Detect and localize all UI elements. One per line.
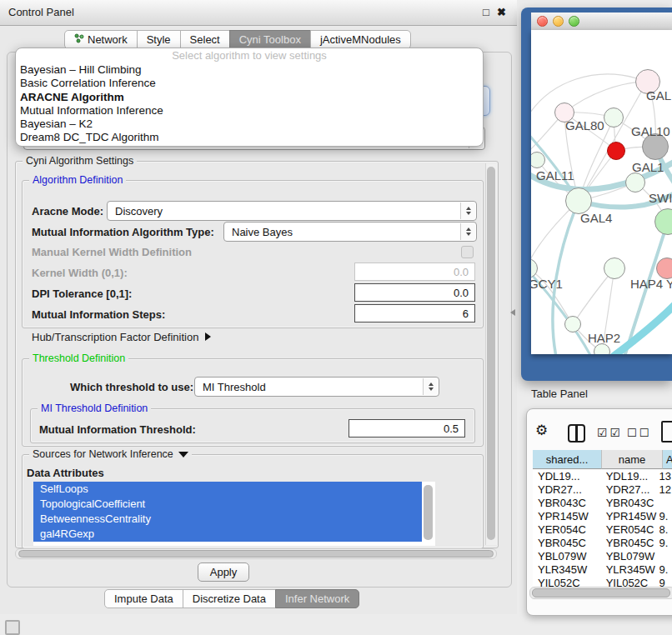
tab-network[interactable]: Network bbox=[64, 30, 138, 49]
hub-definition-expander[interactable]: Hub/Transcription Factor Definition bbox=[32, 331, 211, 343]
table-row[interactable]: YLR345WYLR345W9. bbox=[533, 563, 672, 577]
control-panel: Control Panel □ ✖ Network Style Select C… bbox=[0, 0, 517, 614]
node-label-gal4: GAL4 bbox=[580, 211, 612, 225]
gear-icon[interactable]: ⚙ bbox=[535, 422, 548, 439]
network-tab-icon bbox=[74, 31, 84, 48]
network-window-titlebar[interactable] bbox=[531, 12, 672, 31]
tab-network-label: Network bbox=[88, 31, 128, 48]
table-row[interactable]: YBL079WYBL079W bbox=[533, 550, 672, 563]
bottom-tabs: Impute Data Discretize Data Infer Networ… bbox=[104, 589, 359, 608]
tab-infer-network[interactable]: Infer Network bbox=[275, 589, 359, 608]
which-threshold-select[interactable]: MI Threshold bbox=[194, 377, 439, 397]
minimize-traffic-light-icon[interactable] bbox=[553, 16, 564, 27]
kernel-width-label: Kernel Width (0,1): bbox=[32, 267, 128, 279]
table-row[interactable]: YER054CYER054C8. bbox=[533, 523, 672, 537]
combo-stepper-icon bbox=[460, 202, 475, 219]
which-threshold-label: Which threshold to use: bbox=[70, 381, 193, 393]
node-label-gal80: GAL80 bbox=[565, 118, 604, 132]
node-label: GAL bbox=[646, 88, 671, 102]
network-node-gal10[interactable] bbox=[604, 108, 624, 128]
network-node-hap2[interactable] bbox=[564, 316, 581, 332]
manual-kernel-checkbox[interactable] bbox=[461, 246, 474, 258]
table-row[interactable]: YBR045CYBR045C9. bbox=[533, 537, 672, 550]
threshold-definition-title: Threshold Definition bbox=[29, 352, 128, 364]
attribute-item[interactable]: BetweennessCentrality bbox=[33, 512, 422, 527]
node-table: YDL19...YDL19...13 YDR27...YDR27...12 YB… bbox=[533, 470, 672, 588]
column-header-partial[interactable]: A bbox=[663, 450, 672, 469]
algorithm-option[interactable]: Basic Correlation Inference bbox=[16, 77, 483, 90]
table-row[interactable]: YDR27...YDR27...12 bbox=[533, 483, 672, 497]
table-hscrollbar[interactable] bbox=[532, 588, 670, 598]
aracne-mode-select[interactable]: Discovery bbox=[107, 201, 477, 221]
deselect-all-checkboxes-icon[interactable]: ☐☐ bbox=[627, 427, 651, 439]
algorithm-option[interactable]: Mutual Information Inference bbox=[16, 104, 483, 118]
node-label-hap4: HAP4 bbox=[630, 277, 663, 291]
mi-steps-field[interactable]: 6 bbox=[354, 304, 475, 322]
tab-style[interactable]: Style bbox=[137, 30, 181, 49]
close-traffic-light-icon[interactable] bbox=[537, 16, 548, 27]
expander-down-icon bbox=[178, 452, 188, 458]
combo-stepper-icon bbox=[423, 378, 438, 395]
sources-group-title[interactable]: Sources for Network Inference bbox=[29, 448, 192, 460]
node-label-swi4: SWI4 bbox=[649, 191, 672, 205]
data-attributes-list: SelfLoops TopologicalCoefficient Between… bbox=[33, 482, 435, 546]
dpi-tolerance-label: DPI Tolerance [0,1]: bbox=[32, 288, 132, 300]
control-panel-tabs: Network Style Select Cyni Toolbox jActiv… bbox=[64, 30, 411, 49]
tab-select[interactable]: Select bbox=[180, 30, 230, 49]
attribute-item[interactable]: SelfLoops bbox=[33, 482, 422, 497]
algorithm-option[interactable]: Bayesian – Hill Climbing bbox=[16, 63, 483, 77]
mi-type-label: Mutual Information Algorithm Type: bbox=[32, 226, 214, 238]
algorithm-option[interactable]: Bayesian – K2 bbox=[16, 118, 483, 131]
algorithm-option[interactable]: Dream8 DC_TDC Algorithm bbox=[16, 131, 483, 144]
attribute-item[interactable]: TopologicalCoefficient bbox=[33, 497, 422, 512]
expander-right-icon bbox=[205, 332, 211, 341]
control-panel-title: Control Panel bbox=[8, 6, 74, 18]
aracne-mode-label: Aracne Mode: bbox=[32, 205, 103, 218]
algorithm-definition-title: Algorithm Definition bbox=[29, 174, 126, 186]
column-header-shared-name[interactable]: shared... bbox=[533, 450, 602, 469]
algorithm-dropdown-popup: Select algorithm to view settings Bayesi… bbox=[15, 48, 484, 147]
close-window-icon[interactable]: ✖ bbox=[497, 6, 506, 18]
float-window-icon[interactable]: □ bbox=[483, 6, 489, 18]
algorithm-placeholder: Select algorithm to view settings bbox=[16, 48, 483, 63]
apply-button[interactable]: Apply bbox=[198, 562, 249, 582]
mi-type-select[interactable]: Naive Bayes bbox=[223, 222, 477, 242]
node-label-hap2: HAP2 bbox=[588, 331, 620, 345]
zoom-traffic-light-icon[interactable] bbox=[569, 16, 579, 27]
network-node-swi4[interactable] bbox=[625, 172, 645, 192]
settings-group-title: Cyni Algorithm Settings bbox=[23, 155, 137, 167]
combo-stepper-icon bbox=[460, 223, 475, 240]
tab-jactivemnodules[interactable]: jActiveMNodules bbox=[310, 30, 411, 49]
tab-discretize-data[interactable]: Discretize Data bbox=[183, 589, 276, 608]
node-label-gal10: GAL10 bbox=[631, 124, 670, 138]
network-node-hap4[interactable] bbox=[604, 258, 625, 279]
tab-cyni-toolbox[interactable]: Cyni Toolbox bbox=[229, 30, 311, 49]
document-icon[interactable] bbox=[661, 421, 672, 442]
node-label-gal1: GAL1 bbox=[632, 160, 664, 174]
kernel-width-field: 0.0 bbox=[354, 262, 475, 281]
table-row[interactable]: YDL19...YDL19...13 bbox=[533, 470, 672, 483]
minimized-panel-icon[interactable] bbox=[5, 620, 20, 635]
algorithm-option-aracne[interactable]: ARACNE Algorithm bbox=[16, 91, 483, 104]
column-header-name[interactable]: name bbox=[602, 450, 663, 469]
control-panel-titlebar bbox=[0, 0, 517, 26]
split-columns-icon[interactable] bbox=[568, 424, 585, 442]
node-label-gal11: GAL11 bbox=[536, 168, 574, 182]
node-label: Y bbox=[666, 277, 672, 291]
network-canvas[interactable]: GAL GAL80 GAL10 GAL1 GAL11 SWI4 GAL4 GCY… bbox=[531, 30, 672, 354]
mi-threshold-title: MI Threshold Definition bbox=[38, 402, 151, 414]
attributes-scrollbar[interactable] bbox=[424, 485, 433, 540]
settings-hscrollbar[interactable] bbox=[18, 550, 494, 558]
tab-impute-data[interactable]: Impute Data bbox=[104, 589, 183, 608]
data-attributes-label: Data Attributes bbox=[27, 467, 104, 479]
settings-scrollbar[interactable] bbox=[487, 167, 495, 540]
dpi-tolerance-field[interactable]: 0.0 bbox=[354, 283, 475, 302]
select-all-checkboxes-icon[interactable]: ☑☑ bbox=[597, 426, 623, 439]
network-node-gal1-selected[interactable] bbox=[607, 142, 625, 160]
panel-splitter-arrow-icon[interactable] bbox=[510, 309, 515, 316]
attribute-item[interactable]: gal4RGexp bbox=[33, 527, 422, 542]
manual-kernel-label: Manual Kernel Width Definition bbox=[32, 246, 192, 258]
table-row[interactable]: YPR145WYPR145W9. bbox=[533, 510, 672, 523]
table-row[interactable]: YBR043CYBR043C bbox=[533, 497, 672, 510]
mi-threshold-field[interactable]: 0.5 bbox=[349, 419, 465, 438]
